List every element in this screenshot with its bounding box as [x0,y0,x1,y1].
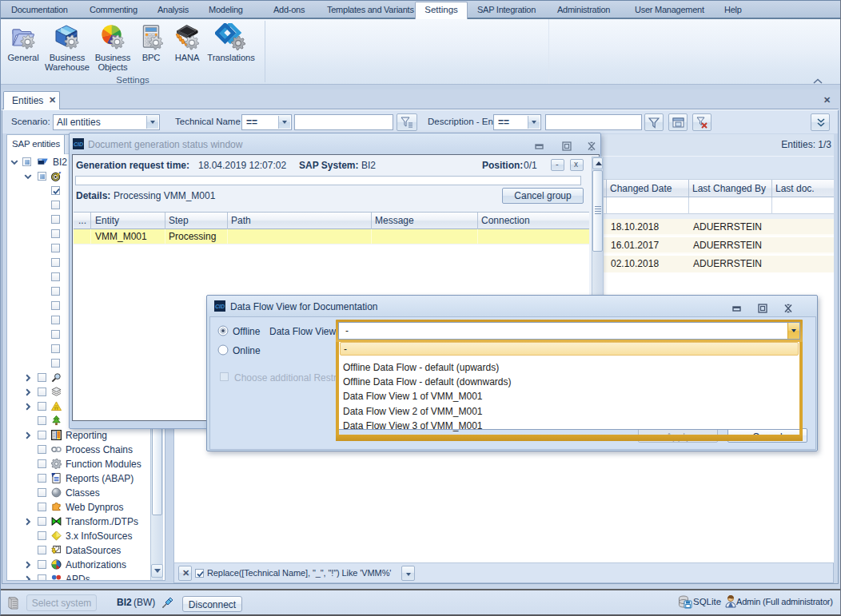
svg-text:CID: CID [215,304,225,309]
svg-text:CID: CID [74,141,83,147]
